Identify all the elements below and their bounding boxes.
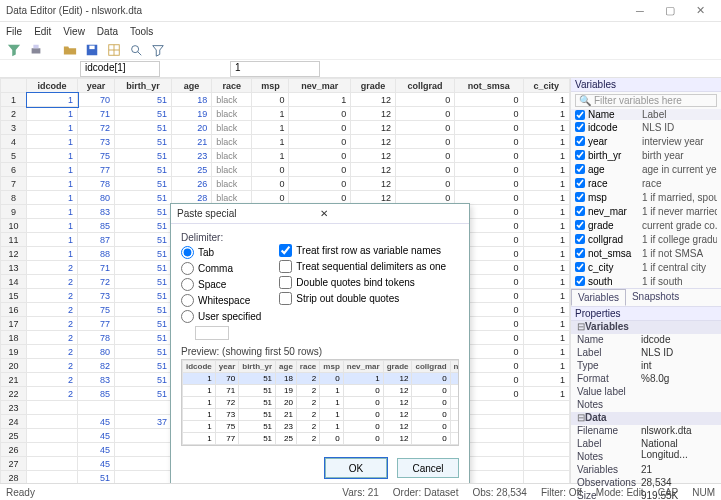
- cell[interactable]: 0: [252, 163, 289, 177]
- cell[interactable]: [27, 471, 78, 484]
- cell[interactable]: 1: [523, 107, 569, 121]
- cell[interactable]: 0: [289, 163, 351, 177]
- table-row[interactable]: 61775125black0012001: [1, 163, 570, 177]
- cell-name-box[interactable]: idcode[1]: [80, 61, 160, 77]
- cell[interactable]: 2: [27, 331, 78, 345]
- cell[interactable]: 1: [252, 135, 289, 149]
- menu-tools[interactable]: Tools: [130, 26, 153, 37]
- cell[interactable]: 51: [114, 331, 171, 345]
- col-idcode[interactable]: idcode: [27, 79, 78, 93]
- cell[interactable]: 72: [78, 275, 115, 289]
- cell[interactable]: [27, 457, 78, 471]
- cell[interactable]: 51: [114, 135, 171, 149]
- varlist-head-label[interactable]: Label: [642, 109, 717, 120]
- cell[interactable]: 0: [455, 107, 523, 121]
- cell[interactable]: [523, 443, 569, 457]
- cell[interactable]: 1: [523, 289, 569, 303]
- cell[interactable]: 1: [523, 135, 569, 149]
- cell[interactable]: 1: [523, 219, 569, 233]
- cell[interactable]: 51: [114, 121, 171, 135]
- row-number[interactable]: 19: [1, 345, 27, 359]
- cell[interactable]: 1: [27, 247, 78, 261]
- cell[interactable]: 26: [171, 177, 211, 191]
- cell[interactable]: 20: [171, 121, 211, 135]
- cell[interactable]: 85: [78, 219, 115, 233]
- opt-seq-delims[interactable]: Treat sequential delimiters as one: [279, 260, 446, 273]
- varlist-check[interactable]: [575, 136, 585, 146]
- cell[interactable]: 83: [78, 373, 115, 387]
- cell[interactable]: 2: [27, 261, 78, 275]
- table-row[interactable]: 71785126black0012001: [1, 177, 570, 191]
- cell[interactable]: black: [212, 93, 252, 107]
- cell[interactable]: 1: [252, 121, 289, 135]
- row-number[interactable]: 28: [1, 471, 27, 484]
- row-number[interactable]: 12: [1, 247, 27, 261]
- varlist-item[interactable]: gradecurrent grade co...: [571, 218, 721, 232]
- varlist-item[interactable]: racerace: [571, 176, 721, 190]
- cell[interactable]: 12: [351, 121, 396, 135]
- cell[interactable]: 0: [289, 177, 351, 191]
- varlist-check[interactable]: [575, 234, 585, 244]
- cell[interactable]: 82: [78, 359, 115, 373]
- cell[interactable]: 1: [523, 163, 569, 177]
- row-number[interactable]: 5: [1, 149, 27, 163]
- row-number[interactable]: 25: [1, 429, 27, 443]
- close-icon[interactable]: ✕: [685, 4, 715, 17]
- col-not_smsa[interactable]: not_smsa: [455, 79, 523, 93]
- cell[interactable]: 23: [171, 149, 211, 163]
- filter-icon[interactable]: [6, 42, 22, 58]
- cell[interactable]: 51: [114, 163, 171, 177]
- cell[interactable]: 1: [27, 219, 78, 233]
- varlist-item[interactable]: ageage in current year: [571, 162, 721, 176]
- cell[interactable]: 0: [455, 93, 523, 107]
- row-number[interactable]: 24: [1, 415, 27, 429]
- col-collgrad[interactable]: collgrad: [396, 79, 455, 93]
- cell[interactable]: 0: [289, 149, 351, 163]
- minimize-icon[interactable]: ─: [625, 5, 655, 17]
- cell[interactable]: [523, 415, 569, 429]
- cell[interactable]: 1: [27, 163, 78, 177]
- cell[interactable]: 12: [351, 107, 396, 121]
- search-icon[interactable]: [128, 42, 144, 58]
- table-row[interactable]: 51755123black1012001: [1, 149, 570, 163]
- delim-whitespace[interactable]: Whitespace: [181, 294, 261, 307]
- ok-button[interactable]: OK: [325, 458, 387, 478]
- varlist-item[interactable]: not_smsa1 if not SMSA: [571, 246, 721, 260]
- menu-file[interactable]: File: [6, 26, 22, 37]
- menu-edit[interactable]: Edit: [34, 26, 51, 37]
- cell[interactable]: 51: [114, 177, 171, 191]
- cell[interactable]: 1: [252, 149, 289, 163]
- row-number[interactable]: 8: [1, 191, 27, 205]
- cell[interactable]: 45: [78, 415, 115, 429]
- cell[interactable]: 73: [78, 289, 115, 303]
- cell[interactable]: black: [212, 163, 252, 177]
- cell[interactable]: 51: [114, 275, 171, 289]
- cell[interactable]: 51: [114, 219, 171, 233]
- delim-tab[interactable]: Tab: [181, 246, 261, 259]
- varlist-item[interactable]: birth_yrbirth year: [571, 148, 721, 162]
- cell[interactable]: 0: [289, 135, 351, 149]
- cell[interactable]: 0: [289, 107, 351, 121]
- varlist-item[interactable]: south1 if south: [571, 274, 721, 288]
- cell[interactable]: 51: [114, 205, 171, 219]
- cancel-button[interactable]: Cancel: [397, 458, 459, 478]
- cell[interactable]: 1: [27, 149, 78, 163]
- opt-first-row-varnames[interactable]: Treat first row as variable names: [279, 244, 446, 257]
- col-nev_mar[interactable]: nev_mar: [289, 79, 351, 93]
- cell[interactable]: 2: [27, 289, 78, 303]
- varlist-check[interactable]: [575, 220, 585, 230]
- cell[interactable]: 51: [78, 471, 115, 484]
- cell[interactable]: [27, 401, 78, 415]
- prop-section[interactable]: Variables: [571, 321, 721, 334]
- varlist-check[interactable]: [575, 122, 585, 132]
- col-race[interactable]: race: [212, 79, 252, 93]
- cell[interactable]: black: [212, 177, 252, 191]
- cell[interactable]: 0: [455, 149, 523, 163]
- cell[interactable]: 87: [78, 233, 115, 247]
- cell[interactable]: 0: [396, 177, 455, 191]
- cell[interactable]: 2: [27, 345, 78, 359]
- dialog-close-icon[interactable]: ✕: [320, 208, 463, 219]
- variables-filter-input[interactable]: 🔍 Filter variables here: [575, 94, 717, 107]
- cell[interactable]: 51: [114, 261, 171, 275]
- cell[interactable]: [114, 443, 171, 457]
